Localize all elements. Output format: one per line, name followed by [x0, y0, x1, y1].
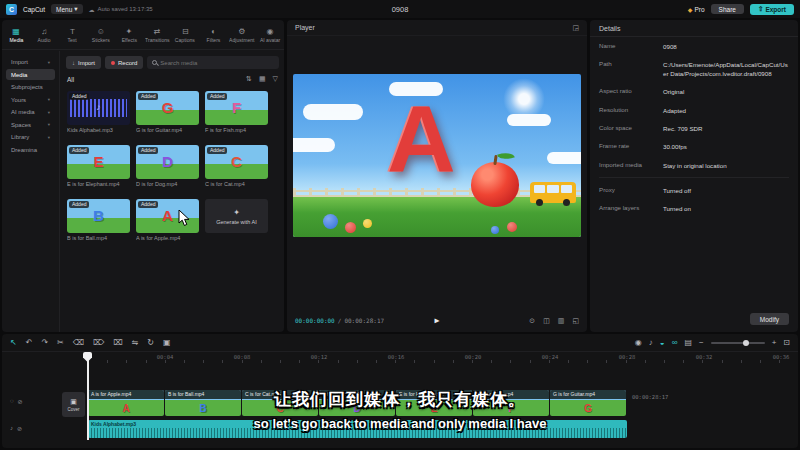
tab-media[interactable]: ▦Media	[2, 27, 30, 43]
zoom-slider-knob[interactable]	[743, 340, 749, 346]
link-icon[interactable]: ∞	[672, 338, 678, 347]
export-button[interactable]: ⇧ Export	[750, 4, 794, 15]
media-item-name: G is for Guitar.mp4	[136, 127, 199, 133]
ball-graphic	[323, 214, 338, 229]
added-badge: Added	[207, 147, 227, 154]
tab-effects[interactable]: ✦Effects	[115, 27, 143, 43]
video-thumbnail[interactable]: CAdded	[205, 145, 268, 179]
chevron-down-icon: ▾	[48, 97, 50, 102]
rotate-icon[interactable]: ↻	[147, 338, 154, 347]
tab-adjustment[interactable]: ⚙Adjustment	[228, 27, 256, 43]
crop-icon[interactable]: ▣	[163, 338, 171, 347]
delete-icon[interactable]: ⌧	[113, 338, 122, 347]
sidebar-item-library[interactable]: Library▾	[6, 132, 55, 143]
sidebar-item-dreamina[interactable]: Dreamina	[6, 144, 55, 155]
play-button[interactable]: ▶	[435, 316, 440, 325]
media-item-c-cat[interactable]: CAdded C is for Cat.mp4	[205, 145, 268, 187]
details-panel: Details Name0908 PathC:/Users/Emenote/Ap…	[590, 20, 798, 332]
filters-icon: ◐	[211, 27, 216, 36]
delete-left-icon[interactable]: ⌫	[73, 338, 84, 347]
share-button[interactable]: Share	[711, 4, 744, 14]
media-filter-row: All ⇅ ▦ ▽	[67, 75, 278, 83]
redo-icon[interactable]: ↷	[41, 338, 48, 347]
ratio-icon[interactable]: ◫	[543, 317, 550, 325]
chevron-down-icon: ▾	[48, 135, 50, 140]
capcut-app-window: C CapCut Menu ▾ ☁ Auto saved 13:17:35 09…	[0, 0, 800, 450]
tab-stickers[interactable]: ☺Stickers	[87, 27, 115, 43]
zoom-out-icon[interactable]: −	[699, 338, 704, 347]
video-thumbnail[interactable]: EAdded	[67, 145, 130, 179]
tab-text[interactable]: TText	[58, 27, 86, 43]
split-icon[interactable]: ✂	[57, 338, 64, 347]
zoom-slider[interactable]	[711, 342, 765, 344]
timeline-ruler[interactable]: 00:04 00:08 00:12 00:16 00:20 00:24 00:2…	[2, 352, 798, 364]
tab-ai-avatar[interactable]: ◉AI avatar	[256, 27, 284, 43]
cloud-icon: ☁	[89, 6, 95, 13]
chevron-down-icon: ▾	[74, 5, 77, 13]
media-item-f-fish[interactable]: FAdded F is for Fish.mp4	[205, 91, 268, 133]
media-item-g-guitar[interactable]: GAdded G is for Guitar.mp4	[136, 91, 199, 133]
video-thumbnail[interactable]: GAdded	[136, 91, 199, 125]
ruler-ticks	[88, 360, 794, 363]
snapshot-icon[interactable]: ⊙	[529, 317, 535, 325]
import-button[interactable]: ↓Import	[66, 56, 101, 69]
sidebar-item-ai-media[interactable]: AI media▾	[6, 107, 55, 118]
media-item-name: E is for Elephant.mp4	[67, 181, 130, 187]
video-thumbnail[interactable]: BAdded	[67, 199, 130, 233]
video-thumbnail[interactable]: DAdded	[136, 145, 199, 179]
tab-filters[interactable]: ◐Filters	[199, 27, 227, 43]
mirror-preview-icon[interactable]: ▥	[558, 317, 565, 325]
sticker-icon: ☺	[97, 27, 105, 36]
mute-icon[interactable]: ♪	[649, 338, 653, 347]
player-expand-icon[interactable]: ◲	[572, 24, 579, 32]
media-item-b-ball[interactable]: BAdded B is for Ball.mp4	[67, 199, 130, 241]
sidebar-item-import[interactable]: Import▾	[6, 57, 55, 68]
detail-row-resolution: ResolutionAdapted	[590, 101, 798, 119]
video-thumbnail[interactable]: FAdded	[205, 91, 268, 125]
total-timecode: 00:00:28:17	[344, 317, 384, 324]
fullscreen-icon[interactable]: ◱	[572, 317, 579, 325]
fit-timeline-icon[interactable]: ⊡	[783, 338, 790, 347]
media-item-kids-alphabet[interactable]: ♪Added Kids Alphabet.mp3	[67, 91, 130, 133]
grid-view-icon[interactable]: ▦	[259, 75, 266, 83]
filter-all-label[interactable]: All	[67, 76, 74, 83]
media-browser-panel: ▦Media ♫Audio TText ☺Stickers ✦Effects ⇄…	[2, 20, 284, 332]
project-title: 0908	[392, 5, 409, 14]
mic-icon[interactable]: ◉	[635, 338, 642, 347]
pro-button[interactable]: ◆ Pro	[688, 6, 705, 13]
media-item-name: D is for Dog.mp4	[136, 181, 199, 187]
search-box[interactable]	[147, 56, 279, 69]
zoom-in-icon[interactable]: +	[772, 338, 777, 347]
sidebar-item-media[interactable]: Media	[6, 69, 55, 80]
video-preview-canvas[interactable]: A	[293, 74, 581, 237]
sort-icon[interactable]: ⇅	[246, 75, 252, 83]
mirror-icon[interactable]: ⇋	[132, 338, 139, 347]
tab-transitions[interactable]: ⇄Transitions	[143, 27, 171, 43]
select-tool-icon[interactable]: ↖	[10, 338, 17, 347]
sidebar-item-spaces[interactable]: Spaces▾	[6, 119, 55, 130]
added-badge: Added	[69, 93, 89, 100]
apple-leaf	[497, 150, 515, 163]
media-item-d-dog[interactable]: DAdded D is for Dog.mp4	[136, 145, 199, 187]
filter-icon[interactable]: ▽	[273, 75, 278, 83]
delete-right-icon[interactable]: ⌦	[93, 338, 104, 347]
apple-graphic	[471, 162, 519, 207]
media-item-name: C is for Cat.mp4	[205, 181, 268, 187]
sidebar-item-yours[interactable]: Yours▾	[6, 94, 55, 105]
tab-captions[interactable]: ⊟Captions	[171, 27, 199, 43]
magnet-icon[interactable]: ◒	[660, 338, 665, 347]
audio-thumbnail[interactable]: ♪Added	[67, 91, 130, 125]
detail-row-frame-rate: Frame rate30.00fps	[590, 138, 798, 156]
preview-axis-icon[interactable]: ▤	[684, 338, 692, 347]
media-item-e-elephant[interactable]: EAdded E is for Elephant.mp4	[67, 145, 130, 187]
record-button[interactable]: Record	[105, 56, 143, 69]
menu-button[interactable]: Menu ▾	[51, 4, 83, 14]
generate-with-ai-tile[interactable]: ✦ Generate with AI	[205, 199, 268, 233]
modify-button[interactable]: Modify	[750, 313, 789, 325]
search-input[interactable]	[160, 60, 274, 66]
media-grid-area: ↓Import Record All ⇅ ▦ ▽ ♪Added Kids Alp…	[61, 51, 284, 332]
tab-audio[interactable]: ♫Audio	[30, 27, 58, 43]
sidebar-item-subprojects[interactable]: Subprojects	[6, 82, 55, 93]
undo-icon[interactable]: ↶	[26, 338, 33, 347]
ball-graphic	[507, 222, 517, 232]
